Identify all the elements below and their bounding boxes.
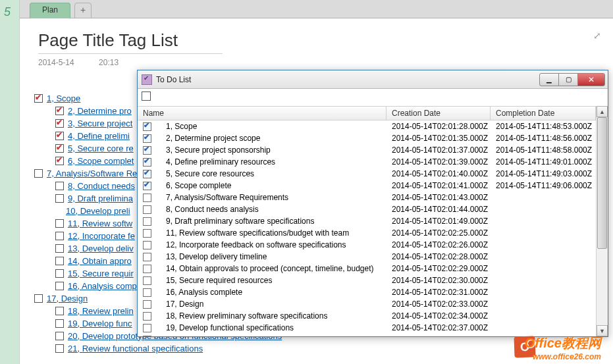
row-checkbox[interactable] xyxy=(143,288,151,297)
tree-link[interactable]: 6, Scope complet xyxy=(68,156,134,166)
tree-link[interactable]: 14, Obtain appro xyxy=(68,256,132,266)
col-name[interactable]: Name xyxy=(138,107,386,120)
row-creation: 2014-05-14T02:02:37.000Z xyxy=(386,323,491,332)
todo-checkbox[interactable] xyxy=(55,107,64,115)
row-checkbox[interactable] xyxy=(143,229,151,238)
page-title[interactable]: Page Title Tag List xyxy=(38,30,223,54)
table-row[interactable]: 12, Incorporate feedback on software spe… xyxy=(138,239,596,251)
row-checkbox[interactable] xyxy=(143,253,151,261)
tab-add[interactable]: + xyxy=(74,3,92,18)
close-button[interactable]: ✕ xyxy=(577,73,605,86)
row-checkbox[interactable] xyxy=(143,241,151,249)
tree-link[interactable]: 21, Review functional specifications xyxy=(68,344,203,353)
table-row[interactable]: 7, Analysis/Software Requirements2014-05… xyxy=(138,192,596,203)
todo-checkbox[interactable] xyxy=(55,157,64,165)
table-row[interactable]: 14, Obtain approvals to proceed (concept… xyxy=(138,263,596,274)
tree-link[interactable]: 3, Secure project xyxy=(68,118,132,128)
maximize-button[interactable]: ▢ xyxy=(558,73,578,86)
tree-link[interactable]: 7, Analysis/Software Re xyxy=(47,169,137,178)
tree-link[interactable]: 16, Analysis comp xyxy=(68,281,137,291)
todo-checkbox[interactable] xyxy=(55,194,64,203)
todo-checkbox[interactable] xyxy=(55,332,64,340)
select-all-checkbox[interactable] xyxy=(142,91,151,101)
row-checkbox[interactable] xyxy=(143,134,151,143)
row-checkbox[interactable] xyxy=(143,182,151,190)
table-row[interactable]: 11, Review software specifications/budge… xyxy=(138,227,596,239)
tree-link[interactable]: 2, Determine pro xyxy=(68,106,132,116)
table-row[interactable]: 17, Design2014-05-14T02:02:33.000Z xyxy=(138,298,596,310)
todo-checkbox[interactable] xyxy=(55,119,64,128)
tree-link[interactable]: 17, Design xyxy=(47,294,88,303)
todo-checkbox[interactable] xyxy=(55,319,64,328)
tree-link[interactable]: 13, Develop deliv xyxy=(68,244,134,253)
tree-link[interactable]: 15, Secure requir xyxy=(68,269,134,278)
tab-plan[interactable]: Plan xyxy=(30,3,70,18)
table-row[interactable]: 13, Develop delivery timeline2014-05-14T… xyxy=(138,251,596,263)
table-row[interactable]: 8, Conduct needs analysis2014-05-14T02:0… xyxy=(138,203,596,215)
table-row[interactable]: 1, Scope2014-05-14T02:01:28.000Z2014-05-… xyxy=(138,120,596,132)
todo-checkbox[interactable] xyxy=(55,307,64,315)
tree-link[interactable]: 19, Develop func xyxy=(68,319,132,328)
row-checkbox[interactable] xyxy=(143,194,151,202)
scroll-down-icon[interactable]: ▼ xyxy=(597,325,608,336)
todo-checkbox[interactable] xyxy=(55,182,64,190)
table-row[interactable]: 2, Determine project scope2014-05-14T02:… xyxy=(138,132,596,144)
row-creation: 2014-05-14T02:02:33.000Z xyxy=(386,299,491,309)
table-row[interactable]: 3, Secure project sponsorship2014-05-14T… xyxy=(138,144,596,156)
todo-checkbox[interactable] xyxy=(55,132,64,140)
todo-checkbox[interactable] xyxy=(55,269,64,278)
row-checkbox[interactable] xyxy=(143,265,151,273)
table-row[interactable]: 4, Define preliminary resources2014-05-1… xyxy=(138,156,596,168)
row-checkbox[interactable] xyxy=(143,300,151,309)
todo-checkbox[interactable] xyxy=(34,94,43,103)
minimize-button[interactable]: ▁ xyxy=(539,73,559,86)
row-checkbox[interactable] xyxy=(143,170,151,178)
col-completion-date[interactable]: Completion Date xyxy=(491,107,596,120)
scroll-thumb[interactable] xyxy=(597,117,607,249)
row-checkbox[interactable] xyxy=(143,158,151,167)
row-creation: 2014-05-14T02:02:30.000Z xyxy=(386,276,491,285)
todo-checkbox[interactable] xyxy=(55,344,64,353)
row-checkbox[interactable] xyxy=(143,324,151,332)
todo-checkbox[interactable] xyxy=(55,232,64,240)
row-checkbox[interactable] xyxy=(143,205,151,214)
row-checkbox[interactable] xyxy=(143,336,151,337)
row-checkbox[interactable] xyxy=(143,312,151,321)
scroll-up-icon[interactable]: ▲ xyxy=(597,106,608,117)
dialog-titlebar[interactable]: To Do List ▁ ▢ ✕ xyxy=(138,70,608,89)
tree-link[interactable]: 18, Review prelin xyxy=(68,306,134,316)
table-row[interactable]: 18, Review preliminary software specific… xyxy=(138,310,596,322)
tree-link[interactable]: 10, Develop preli xyxy=(66,206,130,216)
row-name: 8, Conduct needs analysis xyxy=(166,205,259,214)
tree-link[interactable]: 12, Incorporate fe xyxy=(68,231,135,241)
tree-link[interactable]: 9, Draft prelimina xyxy=(68,194,133,203)
expand-icon[interactable]: ⤢ xyxy=(593,30,601,41)
tree-link[interactable]: 4, Define prelimi xyxy=(68,131,130,141)
todo-checkbox[interactable] xyxy=(34,294,43,303)
row-creation: 2014-05-14T02:01:40.000Z xyxy=(386,169,491,178)
todo-checkbox[interactable] xyxy=(55,219,64,228)
tree-link[interactable]: 8, Conduct needs xyxy=(68,181,135,191)
row-creation: 2014-05-14T02:02:28.000Z xyxy=(386,252,491,261)
row-checkbox[interactable] xyxy=(143,217,151,226)
todo-checkbox[interactable] xyxy=(55,257,64,265)
tree-link[interactable]: 5, Secure core re xyxy=(68,143,134,153)
table-row[interactable]: 16, Analysis complete2014-05-14T02:02:31… xyxy=(138,286,596,298)
table-row[interactable]: 15, Secure required resources2014-05-14T… xyxy=(138,274,596,286)
tree-link[interactable]: 11, Review softw xyxy=(68,219,132,228)
row-checkbox[interactable] xyxy=(143,146,151,155)
tree-link[interactable]: 1, Scope xyxy=(47,93,80,103)
table-row[interactable]: 5, Secure core resources2014-05-14T02:01… xyxy=(138,168,596,180)
row-creation: 2014-05-14T02:01:35.000Z xyxy=(386,134,491,143)
todo-checkbox[interactable] xyxy=(55,244,64,253)
vertical-scrollbar[interactable]: ▲ ▼ xyxy=(596,106,608,336)
row-checkbox[interactable] xyxy=(143,122,151,131)
todo-checkbox[interactable] xyxy=(55,282,64,290)
col-creation-date[interactable]: Creation Date xyxy=(386,107,491,120)
table-row[interactable]: 9, Draft preliminary software specificat… xyxy=(138,215,596,227)
table-row[interactable]: 6, Scope complete2014-05-14T02:01:41.000… xyxy=(138,180,596,192)
table-row[interactable]: 19, Develop functional specifications201… xyxy=(138,322,596,334)
todo-checkbox[interactable] xyxy=(34,169,43,178)
row-checkbox[interactable] xyxy=(143,276,151,285)
todo-checkbox[interactable] xyxy=(55,144,64,153)
